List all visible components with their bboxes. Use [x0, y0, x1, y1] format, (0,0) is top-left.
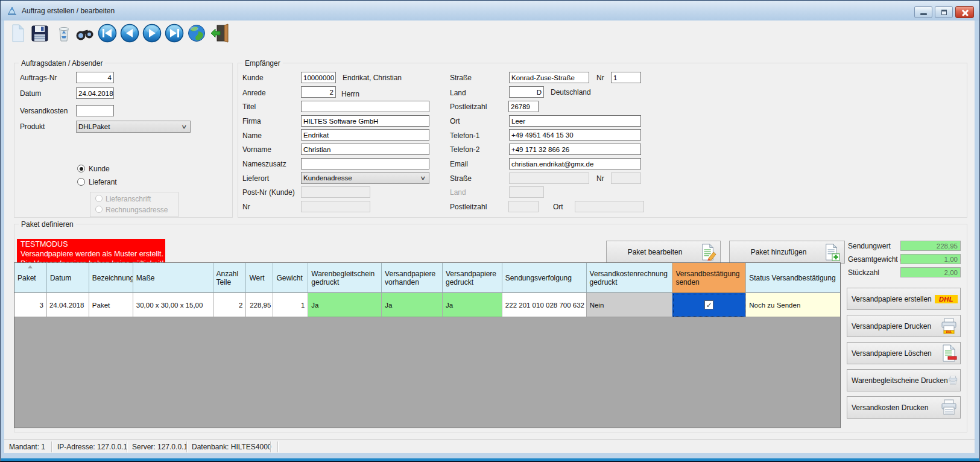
app-window: Auftrag erstellen / bearbeiten [0, 0, 980, 462]
telefon2-input[interactable]: +49 171 32 866 26 [509, 144, 641, 155]
col-header-versandpapiere-gedruckt[interactable]: Versandpapiere gedruckt [443, 263, 502, 293]
last-record-button[interactable] [164, 23, 185, 43]
chevron-down-icon: ∨ [420, 175, 426, 181]
cell-versandpapiere-gedruckt[interactable]: Ja [443, 293, 502, 317]
strasse-nr-label: Nr [596, 74, 604, 82]
col-header-status-versandbestaetigung[interactable]: Status Versandbestätigung [746, 263, 840, 293]
status-ip: IP-Adresse: 127.0.0.1 [57, 443, 127, 451]
kunde-input[interactable]: 10000000 [301, 72, 336, 83]
col-header-paket[interactable]: Paket [14, 263, 47, 293]
name-label: Name [242, 131, 262, 140]
versandpapiere-erstellen-label: Versandpapiere erstellen [852, 295, 932, 303]
name-input[interactable]: Endrikat [301, 129, 429, 141]
printer-dhl-icon: DHL [940, 318, 958, 334]
checkmark-icon: ✓ [706, 302, 712, 309]
cell-warenbegleitschein-gedruckt[interactable]: Ja [308, 293, 382, 317]
maximize-button[interactable] [935, 6, 953, 18]
cell-masse[interactable]: 30,00 x 30,00 x 15,00 [133, 293, 213, 317]
anrede-input[interactable]: 2 [301, 86, 336, 98]
nameszusatz-input[interactable] [301, 158, 429, 169]
save-icon [30, 23, 50, 43]
close-button[interactable] [955, 6, 974, 18]
strasse-input[interactable]: Konrad-Zuse-Straße [509, 72, 589, 83]
next-record-button[interactable] [142, 23, 162, 43]
edit-document-icon [700, 243, 716, 261]
cell-status-versandbestaetigung[interactable]: Noch zu Senden [746, 293, 840, 317]
produkt-select[interactable]: DHLPaket ∨ [76, 121, 191, 133]
sendungwert-label: Sendungwert [848, 242, 891, 250]
strasse2-input [509, 172, 589, 184]
land2-input [509, 186, 544, 198]
land-input[interactable]: D [509, 86, 544, 98]
ort-input[interactable]: Leer [509, 115, 641, 127]
strasse2-label: Straße [450, 174, 472, 183]
gesamtgewicht-value: 1,00 [900, 254, 961, 264]
strasse-nr-input[interactable]: 1 [611, 72, 641, 83]
minimize-button[interactable] [914, 6, 932, 18]
paket-bearbeiten-button[interactable]: Paket bearbeiten [606, 241, 721, 264]
first-record-button[interactable] [97, 23, 118, 43]
anrede-text: Herrn [341, 90, 359, 98]
col-header-warenbegleitschein[interactable]: Warenbegleitschein gedruckt [308, 263, 382, 293]
radio-lieferant[interactable] [77, 178, 85, 186]
versandkosten-drucken-button[interactable]: Versandkosten Drucken [847, 396, 961, 419]
col-header-versandkostenrechnung[interactable]: Versandkostenrechnung gedruckt [587, 263, 673, 293]
versandpapiere-loeschen-button[interactable]: Versandpapiere Löschen [847, 342, 961, 364]
firma-input[interactable]: HILTES Software GmbH [301, 115, 429, 127]
titel-input[interactable] [301, 101, 429, 112]
exit-button[interactable] [209, 23, 229, 43]
versandpapiere-drucken-button[interactable]: Versandpapiere Drucken DHL [847, 315, 961, 337]
paket-hinzufuegen-button[interactable]: Paket hinzufügen [729, 241, 845, 264]
telefon1-input[interactable]: +49 4951 454 15 30 [509, 129, 641, 141]
lieferort-select[interactable]: Kundenadresse ∨ [301, 172, 429, 184]
col-header-versandbestaetigung-senden[interactable]: Versandbestätigung senden [672, 263, 746, 293]
status-separator [127, 441, 127, 452]
testmode-warning-line1: TESTMODUS [21, 239, 162, 249]
ort2-label: Ort [553, 203, 563, 211]
previous-record-button[interactable] [119, 23, 140, 43]
table-row[interactable]: 3 24.04.2018 Paket 30,00 x 30,00 x 15,00… [14, 293, 840, 317]
warenbegleitscheine-drucken-button[interactable]: Warenbegleitscheine Drucken [847, 369, 961, 391]
cell-versandkostenrechnung-gedruckt[interactable]: Nein [587, 293, 673, 317]
versandpapiere-erstellen-button[interactable]: Versandpapiere erstellen DHL [847, 288, 961, 310]
cell-bezeichnung[interactable]: Paket [89, 293, 133, 317]
col-header-masse[interactable]: Maße [133, 263, 213, 293]
ort2-input [575, 201, 644, 212]
window-border-right [975, 21, 979, 453]
auftrags-nr-input[interactable]: 4 [76, 72, 114, 83]
plz-input[interactable]: 26789 [508, 101, 539, 112]
delete-button[interactable] [54, 23, 74, 43]
versandpapiere-drucken-label: Versandpapiere Drucken [852, 322, 931, 331]
save-button[interactable] [30, 23, 50, 43]
cell-datum[interactable]: 24.04.2018 [47, 293, 89, 317]
minimize-icon [920, 13, 927, 15]
radio-kunde[interactable] [77, 165, 85, 172]
cell-gewicht[interactable]: 1 [273, 293, 308, 317]
versandbestaetigung-checkbox[interactable]: ✓ [704, 300, 713, 309]
delete-document-icon [941, 344, 958, 362]
col-header-anzahl-teile[interactable]: Anzahl Teile [213, 263, 247, 293]
cell-anzahl-teile[interactable]: 2 [213, 293, 247, 317]
cell-wert[interactable]: 228,95 [246, 293, 273, 317]
cell-sendungsverfolgung[interactable]: 222 201 010 028 700 632 [502, 293, 587, 317]
cell-versandbestaetigung-senden[interactable]: ✓ [672, 293, 746, 317]
col-header-gewicht[interactable]: Gewicht [273, 263, 308, 293]
new-document-button[interactable] [8, 23, 28, 43]
col-header-wert[interactable]: Wert [246, 263, 273, 293]
datum-input[interactable]: 24.04.2018 [76, 87, 114, 99]
paket-table-header: Paket Datum Bezeichnung Maße Anzahl Teil… [14, 263, 840, 293]
vorname-input[interactable]: Christian [301, 144, 429, 155]
strasse2-nr-input [611, 172, 641, 184]
previous-record-icon [119, 23, 140, 43]
internet-button[interactable] [186, 23, 207, 43]
col-header-versandpapiere-vorhanden[interactable]: Versandpapiere vorhanden [382, 263, 443, 293]
cell-paket[interactable]: 3 [14, 293, 47, 317]
search-button[interactable] [74, 23, 95, 43]
versandkosten-input[interactable] [76, 105, 114, 116]
col-header-sendungsverfolgung[interactable]: Sendungsverfolgung [502, 263, 587, 293]
col-header-datum[interactable]: Datum [47, 263, 89, 293]
email-input[interactable]: christian.endrikat@gmx.de [509, 158, 641, 169]
sort-icon [28, 265, 33, 268]
cell-versandpapiere-vorhanden[interactable]: Ja [382, 293, 443, 317]
col-header-bezeichnung[interactable]: Bezeichnung [89, 263, 133, 293]
